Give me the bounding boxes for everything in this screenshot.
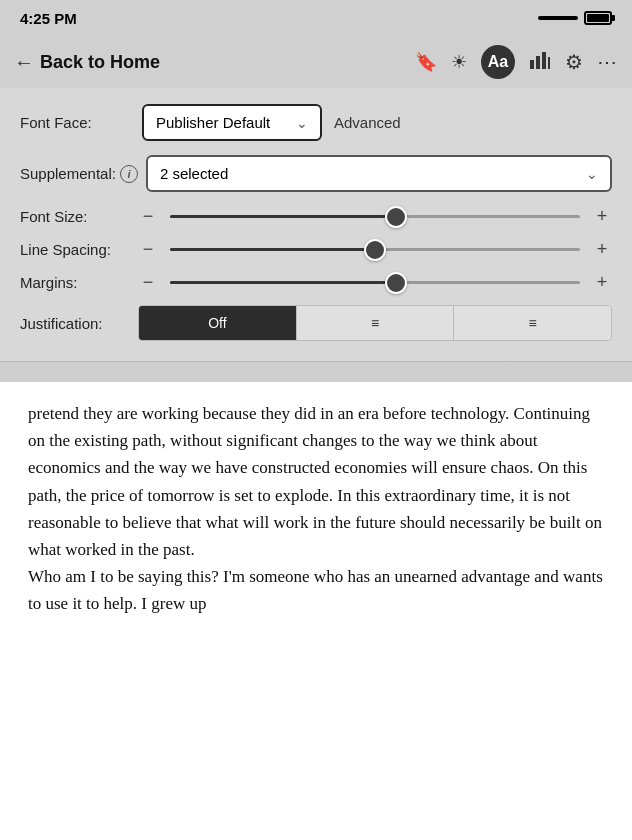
nav-left: ← Back to Home bbox=[14, 51, 160, 74]
justification-options: Off ≡ ≡ bbox=[138, 305, 612, 341]
justify-left-button[interactable]: ≡ bbox=[297, 306, 455, 340]
margins-slider[interactable] bbox=[170, 281, 580, 284]
margins-label: Margins: bbox=[20, 274, 130, 291]
battery-icon bbox=[584, 11, 612, 25]
margins-decrease-button[interactable]: − bbox=[138, 272, 158, 293]
back-arrow-icon[interactable]: ← bbox=[14, 51, 34, 74]
supplemental-dropdown[interactable]: 2 selected ⌄ bbox=[146, 155, 612, 192]
svg-rect-1 bbox=[536, 56, 540, 69]
brightness-icon[interactable]: ☀ bbox=[451, 51, 467, 73]
nav-right: 🔖 ☀ Aa ⚙ ⋯ bbox=[415, 45, 618, 79]
status-time: 4:25 PM bbox=[20, 10, 77, 27]
chart-icon[interactable] bbox=[529, 50, 551, 75]
font-size-label: Font Size: bbox=[20, 208, 130, 225]
bookmark-icon[interactable]: 🔖 bbox=[415, 51, 437, 73]
font-face-dropdown[interactable]: Publisher Default ⌄ bbox=[142, 104, 322, 141]
info-icon[interactable]: i bbox=[120, 165, 138, 183]
line-spacing-label: Line Spacing: bbox=[20, 241, 130, 258]
book-paragraph-2: Who am I to be saying this? I'm someone … bbox=[28, 563, 604, 617]
nav-title[interactable]: Back to Home bbox=[40, 52, 160, 73]
status-notch bbox=[538, 16, 578, 20]
status-right bbox=[538, 11, 612, 25]
line-spacing-slider[interactable] bbox=[170, 248, 580, 251]
supplemental-value: 2 selected bbox=[160, 165, 228, 182]
book-content: pretend they are working because they di… bbox=[0, 382, 632, 840]
line-spacing-increase-button[interactable]: + bbox=[592, 239, 612, 260]
supplemental-label: Supplemental: i bbox=[20, 165, 138, 183]
more-icon[interactable]: ⋯ bbox=[597, 50, 618, 74]
font-size-row: Font Size: − + bbox=[20, 206, 612, 227]
chevron-down-icon: ⌄ bbox=[296, 115, 308, 131]
font-size-increase-button[interactable]: + bbox=[592, 206, 612, 227]
font-face-label: Font Face: bbox=[20, 114, 130, 131]
justify-left-icon: ≡ bbox=[371, 315, 379, 331]
margins-row: Margins: − + bbox=[20, 272, 612, 293]
margins-increase-button[interactable]: + bbox=[592, 272, 612, 293]
status-bar: 4:25 PM bbox=[0, 0, 632, 36]
gear-icon[interactable]: ⚙ bbox=[565, 50, 583, 74]
justify-full-icon: ≡ bbox=[529, 315, 537, 331]
chevron-down-icon: ⌄ bbox=[586, 166, 598, 182]
font-size-slider[interactable] bbox=[170, 215, 580, 218]
settings-panel: Font Face: Publisher Default ⌄ Advanced … bbox=[0, 88, 632, 362]
svg-rect-3 bbox=[548, 57, 550, 69]
svg-rect-0 bbox=[530, 60, 534, 69]
font-face-row: Font Face: Publisher Default ⌄ Advanced bbox=[20, 104, 612, 141]
justify-full-button[interactable]: ≡ bbox=[454, 306, 611, 340]
nav-bar: ← Back to Home 🔖 ☀ Aa ⚙ ⋯ bbox=[0, 36, 632, 88]
line-spacing-row: Line Spacing: − + bbox=[20, 239, 612, 260]
book-paragraph-1: pretend they are working because they di… bbox=[28, 400, 604, 563]
svg-rect-2 bbox=[542, 52, 546, 69]
supplemental-row: Supplemental: i 2 selected ⌄ bbox=[20, 155, 612, 192]
font-size-decrease-button[interactable]: − bbox=[138, 206, 158, 227]
justify-off-button[interactable]: Off bbox=[139, 306, 297, 340]
advanced-button[interactable]: Advanced bbox=[334, 114, 401, 131]
justification-label: Justification: bbox=[20, 315, 130, 332]
font-icon[interactable]: Aa bbox=[481, 45, 515, 79]
fade-divider bbox=[0, 362, 632, 382]
line-spacing-decrease-button[interactable]: − bbox=[138, 239, 158, 260]
justification-row: Justification: Off ≡ ≡ bbox=[20, 305, 612, 341]
font-face-value: Publisher Default bbox=[156, 114, 270, 131]
